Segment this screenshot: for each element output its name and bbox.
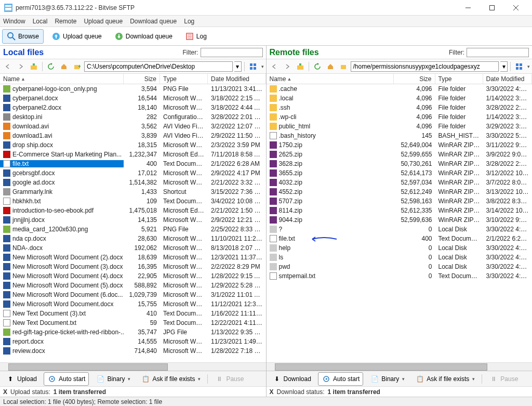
file-row[interactable]: hbkhkh.txt109Text Document3/4/2022 10:08… <box>0 197 266 206</box>
file-row[interactable]: cyberpanel-logo-icon_only.png3,594PNG Fi… <box>0 84 266 94</box>
file-row[interactable]: New Microsoft Word Document (2).docx18,6… <box>0 253 266 262</box>
download-queue-button[interactable]: Download queue <box>110 29 177 44</box>
col-size[interactable]: Size <box>394 74 435 84</box>
close-status-icon[interactable]: X <box>3 388 7 396</box>
download-button[interactable]: ⬇Download <box>269 372 315 386</box>
upload-button[interactable]: ⬆Upload <box>2 372 41 386</box>
file-row[interactable]: 5707.zip52,598,163WinRAR ZIP ...3/8/2022… <box>267 197 533 206</box>
menu-download-queue[interactable]: Download queue <box>130 18 177 25</box>
file-row[interactable]: ?0Local Disk3/30/2022 4:40 PM <box>267 225 533 234</box>
file-row[interactable]: 4032.zip52,597,034WinRAR ZIP ...3/7/2022… <box>267 178 533 187</box>
file-row[interactable]: .cache4,096File folder3/30/2022 4:08 PM <box>267 84 533 94</box>
minimize-button[interactable] <box>456 0 480 16</box>
remote-forward-button[interactable] <box>282 61 293 72</box>
auto-start-button[interactable]: Auto start <box>318 372 363 386</box>
local-refresh-button[interactable] <box>45 61 57 72</box>
col-name[interactable]: Name▲ <box>0 74 124 84</box>
remote-back-button[interactable] <box>269 61 280 72</box>
file-row[interactable]: .local4,096File folder1/14/2022 3:38 PM <box>267 94 533 103</box>
file-row[interactable]: cyberpanel.docx16,544Microsoft Wor...3/1… <box>0 94 266 103</box>
file-row[interactable]: pwd0Local Disk3/30/2022 4:51 PM <box>267 262 533 271</box>
col-type[interactable]: Type <box>435 74 483 84</box>
local-forward-button[interactable] <box>15 61 26 72</box>
log-button[interactable]: Log <box>180 29 211 44</box>
remote-view-button[interactable] <box>513 61 525 72</box>
file-row[interactable]: 2625.zip52,599,655WinRAR ZIP ...3/9/2022… <box>267 150 533 159</box>
file-row[interactable]: NDA-.docx192,062Microsoft Wor...8/13/201… <box>0 243 266 253</box>
col-type[interactable]: Type <box>160 74 208 84</box>
file-row[interactable]: download1.avi3,839AVI Video File...2/9/2… <box>0 131 266 140</box>
remote-refresh-button[interactable] <box>312 61 323 72</box>
menu-remote[interactable]: Remote <box>55 18 76 25</box>
local-up-button[interactable] <box>28 61 39 72</box>
binary-button[interactable]: 📄Binary▾ <box>92 372 134 386</box>
file-row[interactable]: gcebrsgbf.docx17,012Microsoft Wor...2/9/… <box>0 168 266 178</box>
local-newfolder-button[interactable]: + <box>71 61 83 72</box>
maximize-button[interactable] <box>480 0 504 16</box>
remote-up-button[interactable] <box>295 61 306 72</box>
file-row[interactable]: cyberpanel2.docx18,140Microsoft Wor...3/… <box>0 103 266 112</box>
chevron-down-icon[interactable]: ▾ <box>527 64 530 69</box>
menu-window[interactable]: Window <box>3 18 25 25</box>
ask-exists-button[interactable]: 📋Ask if file exists▾ <box>411 372 478 386</box>
col-modified[interactable]: Date Modified <box>483 74 533 84</box>
pause-button[interactable]: ⏸Pause <box>211 372 247 386</box>
local-back-button[interactable] <box>2 61 14 72</box>
close-button[interactable] <box>504 0 528 16</box>
local-file-list[interactable]: cyberpanel-logo-icon_only.png3,594PNG Fi… <box>0 84 266 362</box>
col-modified[interactable]: Date Modified <box>208 74 266 84</box>
file-row[interactable]: file.txt400Text Document2/1/2022 6:28 AM <box>267 234 533 243</box>
file-row[interactable]: .bash_history145BASH_HISTO...3/30/2022 5… <box>267 131 533 140</box>
file-row[interactable]: smtpemail.txt0Text Document3/30/2022 4:5… <box>267 271 533 281</box>
file-row[interactable]: 9044.zip52,599,636WinRAR ZIP ...3/10/202… <box>267 215 533 225</box>
file-row[interactable]: New Microsoft Word Document (5).docx588,… <box>0 281 266 290</box>
menu-log[interactable]: Log <box>184 18 194 25</box>
file-row[interactable]: google ad.docx1,514,382Microsoft Wor...2… <box>0 178 266 187</box>
remote-home-button[interactable] <box>325 61 336 72</box>
browse-button[interactable]: Browse <box>2 29 44 44</box>
close-status-icon[interactable]: X <box>270 388 274 396</box>
file-row[interactable]: media_card_1200x630.png5,921PNG File2/25… <box>0 225 266 234</box>
menu-local[interactable]: Local <box>33 18 48 25</box>
remote-path-dropdown[interactable]: ▾ <box>500 61 508 72</box>
file-row[interactable]: 3655.zip52,614,173WinRAR ZIP ...3/12/202… <box>267 168 533 178</box>
file-row[interactable]: desktop.ini282Configuration ...3/28/2022… <box>0 112 266 122</box>
col-size[interactable]: Size <box>124 74 160 84</box>
chevron-down-icon[interactable]: ▾ <box>261 64 264 69</box>
local-filter-input[interactable] <box>201 48 263 57</box>
binary-button[interactable]: 📄Binary▾ <box>366 372 408 386</box>
local-path[interactable]: C:\Users\pcomputer\OneDrive\Desktop <box>84 61 233 72</box>
remote-newfolder-button[interactable] <box>338 61 349 72</box>
file-row[interactable]: 4552.zip52,612,249WinRAR ZIP ...3/13/202… <box>267 187 533 197</box>
file-row[interactable]: 3628.zip50,730,261WinRAR ZIP ...3/28/202… <box>267 159 533 168</box>
file-row[interactable]: download.avi3,562AVI Video File...3/2/20… <box>0 122 266 131</box>
file-row[interactable]: 1750.zip52,649,004WinRAR ZIP ...3/11/202… <box>267 140 533 150</box>
remote-hscroll[interactable] <box>267 362 533 371</box>
file-row[interactable]: Grammarly.lnk1,433Shortcut3/15/2022 7:36… <box>0 187 266 197</box>
local-path-dropdown[interactable]: ▾ <box>234 61 242 72</box>
file-row[interactable]: review.docx714,840Microsoft Wor...1/28/2… <box>0 346 266 356</box>
local-home-button[interactable] <box>58 61 70 72</box>
remote-path[interactable]: /home/permissionsnusyypxge1cloudpagesxyz <box>351 61 499 72</box>
file-row[interactable]: New Text Document (3).txt410Text Documen… <box>0 309 266 318</box>
file-row[interactable]: file.txt400Text Document2/1/2022 6:28 AM <box>0 159 266 168</box>
file-row[interactable]: help0Local Disk3/30/2022 4:41 PM <box>267 243 533 253</box>
file-row[interactable]: .ssh4,096File folder3/28/2022 2:38 PM <box>267 103 533 112</box>
file-row[interactable]: public_html4,096File folder3/29/2022 3:0… <box>267 122 533 131</box>
file-row[interactable]: New Microsoft Word Document (3).docx16,3… <box>0 262 266 271</box>
remote-file-list[interactable]: .cache4,096File folder3/30/2022 4:08 PM.… <box>267 84 533 362</box>
file-row[interactable]: New Text Document.txt59Text Document12/2… <box>0 318 266 328</box>
remote-filter-input[interactable] <box>467 48 529 57</box>
file-row[interactable]: 8114.zip52,612,335WinRAR ZIP ...3/14/202… <box>267 206 533 215</box>
ask-exists-button[interactable]: 📋Ask if file exists▾ <box>137 372 204 386</box>
file-row[interactable]: E-Commerce Start-up Marketing Plan...1,2… <box>0 150 266 159</box>
file-row[interactable]: red-gift-tag-price-ticket-with-red-ribbo… <box>0 328 266 337</box>
upload-queue-button[interactable]: Upload queue <box>47 29 107 44</box>
file-row[interactable]: New Microsoft Word Document (6.doc...1,0… <box>0 290 266 299</box>
local-hscroll[interactable] <box>0 362 266 371</box>
menu-upload-queue[interactable]: Upload queue <box>84 18 123 25</box>
local-view-button[interactable] <box>247 61 259 72</box>
auto-start-button[interactable]: Auto start <box>44 372 89 386</box>
file-row[interactable]: drop ship.docx18,315Microsoft Wor...2/3/… <box>0 140 266 150</box>
col-name[interactable]: Name▲ <box>267 74 394 84</box>
